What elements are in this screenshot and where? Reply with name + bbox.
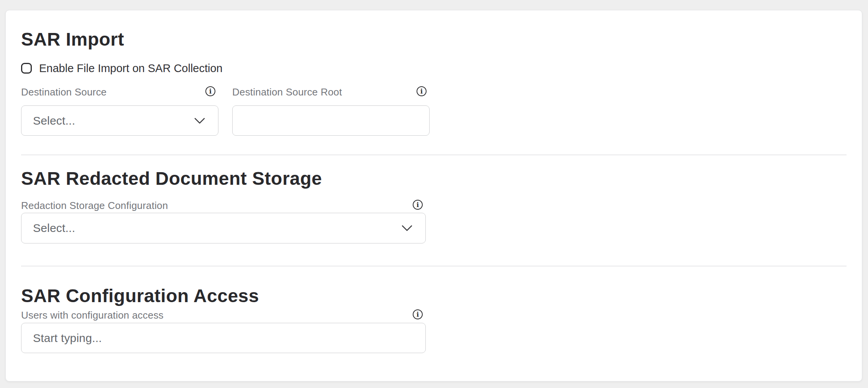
info-icon[interactable]: i (205, 86, 215, 96)
redaction-storage-configuration-select-placeholder: Select... (33, 222, 75, 235)
enable-file-import-checkbox-label[interactable]: Enable File Import on SAR Collection (39, 62, 223, 74)
users-with-configuration-access-input-wrap (21, 323, 426, 353)
settings-card: SAR Import Enable File Import on SAR Col… (5, 10, 862, 381)
redaction-storage-configuration-label: Redaction Storage Configuration (21, 200, 168, 211)
section-divider (21, 266, 847, 266)
destination-source-label-row: Destination Source i (21, 86, 218, 99)
destination-source-root-label-row: Destination Source Root i (232, 86, 430, 99)
section-title-sar-redacted-document-storage: SAR Redacted Document Storage (21, 168, 847, 189)
destination-source-field: Destination Source i Select... (21, 86, 218, 136)
destination-source-select-placeholder: Select... (33, 114, 75, 127)
enable-file-import-checkbox-row[interactable]: Enable File Import on SAR Collection (21, 62, 223, 74)
info-icon[interactable]: i (417, 86, 427, 96)
section-divider (21, 155, 847, 155)
section-title-sar-configuration-access: SAR Configuration Access (21, 286, 847, 306)
users-with-configuration-access-label: Users with configuration access (21, 309, 164, 321)
info-icon[interactable]: i (413, 200, 423, 210)
page-background: { "page": { "background": "#efefef" }, "… (0, 0, 868, 388)
chevron-down-icon (194, 118, 205, 124)
destination-source-root-input[interactable] (233, 106, 429, 135)
section-title-sar-import: SAR Import (21, 29, 847, 50)
users-with-configuration-access-input[interactable] (21, 323, 425, 353)
destination-source-root-input-wrap (232, 105, 430, 136)
redaction-storage-configuration-field: Redaction Storage Configuration i Select… (21, 200, 426, 243)
enable-file-import-checkbox[interactable] (21, 63, 32, 74)
destination-source-label: Destination Source (21, 86, 107, 98)
redaction-storage-configuration-label-row: Redaction Storage Configuration i (21, 200, 426, 212)
info-icon[interactable]: i (413, 309, 423, 319)
users-with-configuration-access-field: Users with configuration access i (21, 309, 426, 353)
destination-source-root-field: Destination Source Root i (232, 86, 430, 136)
chevron-down-icon (402, 225, 412, 231)
users-with-configuration-access-label-row: Users with configuration access i (21, 309, 426, 322)
redaction-storage-configuration-select[interactable]: Select... (21, 213, 426, 243)
destination-source-select[interactable]: Select... (21, 105, 218, 136)
sar-import-fields-row: Destination Source i Select... Destinati… (21, 86, 847, 136)
destination-source-root-label: Destination Source Root (232, 86, 342, 98)
